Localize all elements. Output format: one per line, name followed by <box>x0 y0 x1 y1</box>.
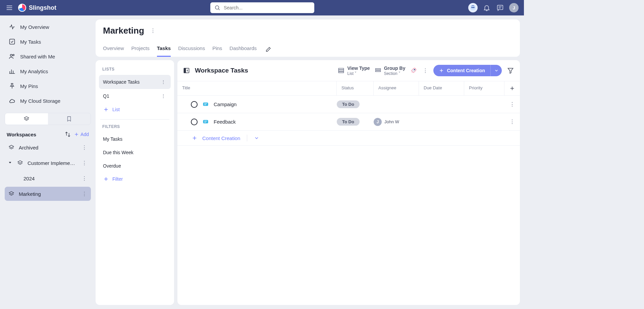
nav-my-overview[interactable]: My Overview <box>5 20 91 34</box>
collapse-panel-icon[interactable] <box>183 67 190 74</box>
more-icon[interactable]: ⋮ <box>81 160 88 166</box>
assignee-avatar: J <box>374 118 382 126</box>
complete-toggle[interactable] <box>191 101 198 108</box>
content-creation-dropdown[interactable] <box>490 65 502 76</box>
svg-rect-35 <box>375 69 380 70</box>
nav-pins[interactable]: My Pins <box>5 79 91 93</box>
tasks-panel: Workspace Tasks View TypeList ˅ Group By… <box>177 60 520 305</box>
svg-rect-32 <box>339 68 344 70</box>
svg-point-6 <box>472 7 473 8</box>
assistant-avatar-icon[interactable] <box>468 3 478 12</box>
filters-label: FILTERS <box>99 123 171 132</box>
col-title[interactable]: Title <box>177 81 337 95</box>
edit-tabs-icon[interactable] <box>265 42 271 57</box>
more-icon[interactable]: ⋮ <box>81 144 88 150</box>
workspace-customer-impl[interactable]: Customer Implementa... ⋮ <box>5 156 91 170</box>
bookmark-tab[interactable] <box>48 113 91 125</box>
plus-icon <box>192 135 198 141</box>
list-icon <box>338 67 344 74</box>
nav-my-tasks[interactable]: My Tasks <box>5 35 91 48</box>
tab-discussions[interactable]: Discussions <box>178 42 205 57</box>
task-row[interactable]: Feedback To Do J John W ⋮ <box>177 113 520 131</box>
complete-toggle[interactable] <box>191 119 198 125</box>
nav-analytics[interactable]: My Analytics <box>5 64 91 78</box>
task-title: Campaign <box>214 101 236 107</box>
group-icon <box>375 67 381 74</box>
rocket-icon[interactable] <box>410 67 417 74</box>
search-icon <box>214 5 220 11</box>
content-creation-button: Content Creation <box>433 65 502 76</box>
search-box[interactable] <box>210 2 314 13</box>
plus-icon <box>103 106 109 113</box>
tab-overview[interactable]: Overview <box>103 42 124 57</box>
search-input[interactable] <box>224 5 310 10</box>
page-title: Marketing <box>103 26 144 36</box>
stack-tab[interactable] <box>5 113 48 125</box>
content-creation-main[interactable]: Content Creation <box>433 65 490 76</box>
add-list-button[interactable]: List <box>99 103 171 116</box>
more-icon[interactable]: ⋮ <box>81 191 88 197</box>
left-nav: My Overview My Tasks Shared with Me My A… <box>0 15 96 309</box>
tab-dashboards[interactable]: Dashboards <box>229 42 257 57</box>
page-more-icon[interactable]: ⋮ <box>150 28 156 34</box>
filter-overdue[interactable]: Overdue <box>99 159 171 173</box>
brand-name: Slingshot <box>29 4 56 11</box>
assignee-cell[interactable]: J John W <box>374 118 419 126</box>
workspace-archived[interactable]: Archived ⋮ <box>5 140 91 154</box>
tab-projects[interactable]: Projects <box>131 42 150 57</box>
lists-panel: LISTS Workspace Tasks ⋮ Q1 ⋮ List FILTER… <box>96 60 174 305</box>
status-badge[interactable]: To Do <box>337 118 360 126</box>
chevron-down-icon <box>494 68 499 73</box>
chevron-down-icon[interactable] <box>254 135 259 141</box>
list-item-workspace-tasks[interactable]: Workspace Tasks ⋮ <box>99 75 171 89</box>
tab-pins[interactable]: Pins <box>212 42 222 57</box>
svg-line-4 <box>218 9 219 10</box>
add-column-button[interactable] <box>504 81 520 95</box>
row-more-icon[interactable]: ⋮ <box>509 101 516 107</box>
list-item-q1[interactable]: Q1 ⋮ <box>99 89 171 103</box>
svg-marker-23 <box>9 162 11 164</box>
activity-icon <box>9 24 15 30</box>
group-by-selector[interactable]: Group BySection ˅ <box>375 65 406 76</box>
nav-label: My Overview <box>20 24 49 30</box>
add-filter-button[interactable]: Filter <box>99 173 171 185</box>
svg-rect-36 <box>375 71 380 72</box>
svg-rect-11 <box>10 39 15 44</box>
svg-point-3 <box>215 6 219 9</box>
sort-icon[interactable] <box>64 131 71 138</box>
brand[interactable]: Slingshot <box>18 4 56 12</box>
col-priority[interactable]: Priority <box>464 81 504 95</box>
svg-point-12 <box>10 54 12 56</box>
workspace-marketing[interactable]: Marketing ⋮ <box>5 187 91 201</box>
task-type-icon <box>202 119 209 125</box>
user-avatar[interactable]: J <box>509 3 519 12</box>
nav-cloud[interactable]: My Cloud Storage <box>5 94 91 107</box>
filter-icon[interactable] <box>506 67 515 75</box>
workspace-2024[interactable]: 2024 ⋮ <box>5 171 91 185</box>
menu-icon[interactable] <box>5 4 13 12</box>
task-row[interactable]: Campaign To Do ⋮ <box>177 96 520 113</box>
add-workspace-button[interactable]: Add <box>74 132 89 137</box>
filter-due-week[interactable]: Due this Week <box>99 146 171 159</box>
nav-shared[interactable]: Shared with Me <box>5 50 91 63</box>
col-due[interactable]: Due Date <box>419 81 464 95</box>
plus-icon <box>103 176 109 182</box>
more-icon[interactable]: ⋮ <box>160 79 167 85</box>
filter-my-tasks[interactable]: My Tasks <box>99 132 171 146</box>
tab-tasks[interactable]: Tasks <box>157 42 171 57</box>
panel-more-icon[interactable]: ⋮ <box>422 68 429 74</box>
chat-icon[interactable] <box>496 3 504 12</box>
more-icon[interactable]: ⋮ <box>160 93 167 99</box>
quick-add-row[interactable]: Content Creation <box>177 131 520 146</box>
svg-point-5 <box>470 5 476 11</box>
row-more-icon[interactable]: ⋮ <box>509 119 516 125</box>
svg-point-13 <box>13 54 14 56</box>
col-status[interactable]: Status <box>337 81 374 95</box>
svg-rect-33 <box>339 70 344 71</box>
view-type-selector[interactable]: View TypeList ˅ <box>338 65 370 76</box>
assignee-name: John W <box>384 119 399 124</box>
more-icon[interactable]: ⋮ <box>81 175 88 181</box>
status-badge[interactable]: To Do <box>337 100 360 108</box>
bell-icon[interactable] <box>482 3 491 12</box>
col-assignee[interactable]: Assignee <box>374 81 419 95</box>
